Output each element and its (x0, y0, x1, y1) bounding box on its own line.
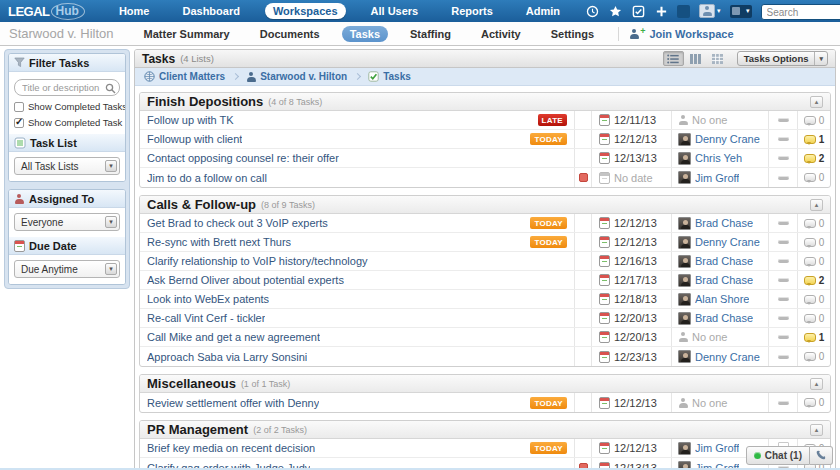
nav-item-workspaces[interactable]: Workspaces (265, 3, 346, 19)
comments-cell[interactable]: 0 (797, 347, 830, 366)
assignee-cell[interactable]: Brad Chase (671, 252, 768, 270)
due-date-cell[interactable]: 12/12/13 (591, 130, 671, 148)
assignee-link[interactable]: Brad Chase (695, 217, 753, 229)
task-link[interactable]: Re-call Vint Cerf - tickler (147, 312, 265, 324)
actions-cell[interactable] (768, 130, 797, 148)
task-link[interactable]: Contact opposing counsel re: their offer (147, 152, 339, 164)
assignee-cell[interactable]: Denny Crane (671, 347, 768, 366)
task-link[interactable]: Jim to do a follow on call (147, 172, 267, 184)
tab-tasks[interactable]: Tasks (342, 26, 388, 42)
assignee-cell[interactable]: Denny Crane (671, 130, 768, 148)
task-list-select[interactable]: All Task Lists ▾ (14, 157, 120, 175)
checkbox-box[interactable] (14, 118, 24, 128)
assigned-to-select[interactable]: Everyone ▾ (14, 213, 120, 231)
global-search-input[interactable] (761, 4, 840, 20)
due-date-select[interactable]: Due Anytime ▾ (14, 260, 120, 278)
assignee-cell[interactable]: No one (671, 393, 768, 412)
user-menu[interactable]: ▾ (699, 4, 721, 18)
nav-item-home[interactable]: Home (111, 3, 158, 19)
legalhub-logo[interactable]: LEGALHub (8, 3, 85, 20)
star-icon[interactable] (608, 4, 622, 18)
plus-icon[interactable] (654, 4, 668, 18)
task-link[interactable]: Ask Bernd Oliver about potential experts (147, 274, 344, 286)
assignee-cell[interactable]: Chris Yeh (671, 149, 768, 167)
assignee-cell[interactable]: Denny Crane (671, 233, 768, 251)
tab-settings[interactable]: Settings (543, 26, 602, 42)
actions-cell[interactable] (768, 252, 797, 270)
actions-cell[interactable] (768, 111, 797, 129)
comments-cell[interactable]: 0 (797, 233, 830, 251)
task-link[interactable]: Followup with client (147, 133, 242, 145)
notifications-box[interactable] (677, 5, 690, 18)
assignee-link[interactable]: Brad Chase (695, 274, 753, 286)
comments-cell[interactable]: 2 (797, 271, 830, 289)
assignee-cell[interactable]: No one (671, 111, 768, 129)
comments-cell[interactable]: 0 (797, 168, 830, 187)
due-date-cell[interactable]: 12/11/13 (591, 111, 671, 129)
checkbox-show-completed-task-lists[interactable]: Show Completed Task Lists (14, 117, 120, 128)
assignee-cell[interactable]: Brad Chase (671, 271, 768, 289)
collapse-button[interactable]: ▴ (810, 96, 823, 108)
assignee-link[interactable]: Denny Crane (695, 351, 760, 363)
task-link[interactable]: Get Brad to check out 3 VoIP experts (147, 217, 328, 229)
assignee-link[interactable]: Jim Groff (695, 172, 739, 184)
collapse-button[interactable]: ▴ (810, 378, 823, 390)
join-workspace-button[interactable]: + Join Workspace (629, 28, 733, 40)
assignee-link[interactable]: Denny Crane (695, 236, 760, 248)
column-view-icon[interactable] (685, 51, 706, 66)
assignee-link[interactable]: Brad Chase (695, 312, 753, 324)
tab-matter-summary[interactable]: Matter Summary (136, 26, 238, 42)
comments-cell[interactable]: 0 (797, 309, 830, 327)
actions-cell[interactable] (768, 168, 797, 187)
breadcrumb-link[interactable]: Starwood v. Hilton (260, 71, 347, 82)
chat-button[interactable]: Chat (1) (746, 446, 810, 465)
nav-item-reports[interactable]: Reports (443, 3, 501, 19)
tasks-options-button[interactable]: Tasks Options ▾ (737, 51, 828, 66)
collapse-button[interactable]: ▴ (810, 424, 823, 436)
actions-cell[interactable] (768, 328, 797, 346)
comments-cell[interactable]: 1 (797, 328, 830, 346)
assignee-cell[interactable]: Brad Chase (671, 214, 768, 232)
actions-cell[interactable] (768, 149, 797, 167)
grid-view-icon[interactable] (707, 51, 728, 66)
actions-cell[interactable] (768, 290, 797, 308)
nav-item-dashboard[interactable]: Dashboard (174, 3, 247, 19)
nav-item-admin[interactable]: Admin (518, 3, 568, 19)
task-link[interactable]: Look into WebEx patents (147, 293, 269, 305)
assignee-cell[interactable]: No one (671, 328, 768, 346)
assignee-cell[interactable]: Brad Chase (671, 309, 768, 327)
breadcrumb-item-client-matters[interactable]: Client Matters (144, 71, 225, 82)
tab-documents[interactable]: Documents (252, 26, 328, 42)
due-date-cell[interactable]: No date (591, 168, 671, 187)
checkbox-show-completed-tasks[interactable]: Show Completed Tasks (14, 101, 120, 112)
comments-cell[interactable]: 0 (797, 111, 830, 129)
due-date-cell[interactable]: 12/23/13 (591, 347, 671, 366)
collapse-button[interactable]: ▴ (810, 199, 823, 211)
due-date-cell[interactable]: 12/17/13 (591, 271, 671, 289)
task-link[interactable]: Approach Saba via Larry Sonsini (147, 351, 307, 363)
check-square-icon[interactable] (631, 4, 645, 18)
task-link[interactable]: Call Mike and get a new agreement (147, 331, 320, 343)
breadcrumb-link[interactable]: Client Matters (159, 71, 225, 82)
breadcrumb-item-tasks[interactable]: Tasks (368, 71, 411, 82)
task-link[interactable]: Clarify relationship to VoIP history/tec… (147, 255, 368, 267)
breadcrumb-item-starwood-v-hilton[interactable]: Starwood v. Hilton (246, 71, 347, 82)
nav-item-all-users[interactable]: All Users (363, 3, 427, 19)
due-date-cell[interactable]: 12/12/13 (591, 214, 671, 232)
assignee-link[interactable]: Chris Yeh (695, 152, 742, 164)
task-link[interactable]: Brief key media on recent decision (147, 442, 315, 454)
assignee-link[interactable]: Alan Shore (695, 293, 749, 305)
actions-cell[interactable] (768, 347, 797, 366)
clock-icon[interactable] (585, 4, 599, 18)
due-date-cell[interactable]: 12/12/13 (591, 233, 671, 251)
comments-cell[interactable]: 2 (797, 149, 830, 167)
tab-staffing[interactable]: Staffing (402, 26, 459, 42)
due-date-cell[interactable]: 12/13/13 (591, 149, 671, 167)
actions-cell[interactable] (768, 214, 797, 232)
task-link[interactable]: Review settlement offer with Denny (147, 397, 319, 409)
breadcrumb-link[interactable]: Tasks (383, 71, 411, 82)
quick-menu-select[interactable]: ▾ (730, 5, 752, 18)
comments-cell[interactable]: 1 (797, 130, 830, 148)
actions-cell[interactable] (768, 233, 797, 251)
due-date-cell[interactable]: 12/12/13 (591, 439, 671, 457)
